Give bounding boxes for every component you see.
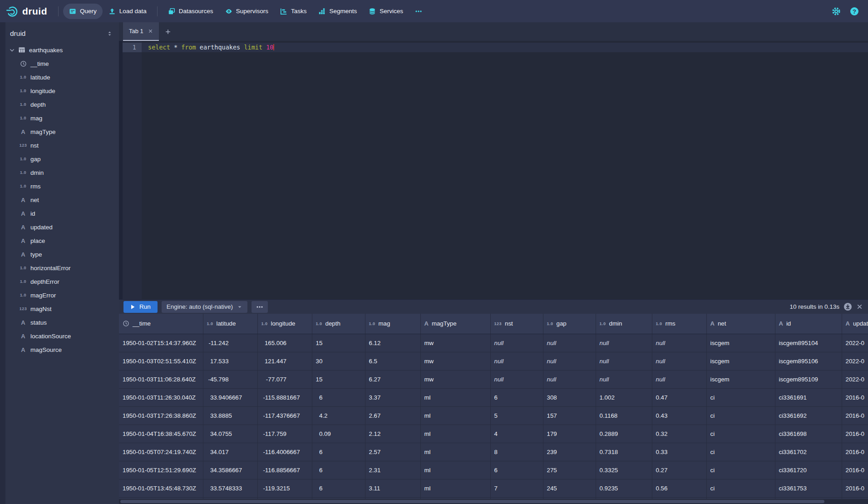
table-cell: ci3361692 [775,406,842,425]
column-header-mag[interactable]: 1.0mag [365,314,420,334]
table-cell: ci [706,443,775,461]
nav-item-services[interactable]: Services [363,4,409,19]
nav-item-more[interactable] [409,4,428,19]
table-cell: 15 [312,370,365,388]
table-cell: ml [420,479,490,497]
engine-select-button[interactable]: Engine: auto (sql-native) [162,301,247,313]
column-header-updated[interactable]: Aupdated [842,314,868,334]
sidebar-column-magError[interactable]: 1.0magError [5,288,119,302]
column-header-latitude[interactable]: 1.0latitude [203,314,257,334]
sidebar-column-magSource[interactable]: AmagSource [5,343,119,356]
table-row: 1950-01-05T12:51:29.690Z34.3586667-116.8… [119,461,868,479]
column-header-id[interactable]: Aid [775,314,842,334]
sidebar-column-depth[interactable]: 1.0depth [5,98,119,111]
table-row: 1950-01-03T02:51:55.410Z17.533121.447306… [119,352,868,370]
nav-item-supervisors[interactable]: Supervisors [219,4,274,19]
horizontal-scrollbar [119,499,868,504]
nav-item-datasources[interactable]: Datasources [162,4,219,19]
sidebar-column-nst[interactable]: 123nst [5,138,119,152]
sidebar-column-type[interactable]: Atype [5,247,119,261]
sidebar-column-rms[interactable]: 1.0rms [5,179,119,193]
table-cell: ci [706,425,775,443]
sidebar-column-locationSource[interactable]: AlocationSource [5,329,119,343]
svg-text:?: ? [853,8,856,15]
sidebar-column-place[interactable]: Aplace [5,234,119,247]
column-header-net[interactable]: Anet [706,314,775,334]
table-cell: 6.5 [365,352,420,370]
console-icon [69,8,76,15]
float-type-icon: 1.0 [261,321,268,326]
schema-selector[interactable]: druid [5,24,119,43]
column-header-magType[interactable]: AmagType [420,314,490,334]
float-type-icon: 1.0 [18,157,29,161]
sidebar-column-magNst[interactable]: 123magNst [5,302,119,316]
table-cell: ml [420,388,490,406]
table-cell: 1950-01-05T07:24:19.740Z [119,443,203,461]
sidebar-column-dmin[interactable]: 1.0dmin [5,166,119,179]
help-icon[interactable]: ? [850,7,859,16]
table-row: 1950-01-03T11:26:30.040Z33.9406667-115.8… [119,388,868,406]
table-cell: 1950-01-03T02:51:55.410Z [119,352,203,370]
run-button[interactable]: Run [123,301,158,313]
sidebar-column-horizontalError[interactable]: 1.0horizontalError [5,261,119,275]
table-cell: 2.67 [365,406,420,425]
sidebar-item-earthquakes[interactable]: earthquakes [5,43,119,57]
table-cell: 2016-0 [842,443,868,461]
table-cell: 2022-0 [842,334,868,352]
horizontal-scrollbar-thumb[interactable] [120,500,824,503]
sidebar-column-depthError[interactable]: 1.0depthError [5,275,119,288]
sidebar-column-magType[interactable]: AmagType [5,125,119,138]
settings-gear-icon[interactable] [832,7,841,16]
table-cell: -115.8881667 [257,388,312,406]
tab-1[interactable]: Tab 1 [123,22,159,41]
table-cell: 0.33 [652,443,706,461]
sidebar-column-gap[interactable]: 1.0gap [5,152,119,166]
sidebar-column-longitude[interactable]: 1.0longitude [5,84,119,98]
tab-close-icon[interactable] [148,29,153,34]
download-results-icon[interactable] [843,302,852,311]
nav-item-tasks[interactable]: Tasks [274,4,313,19]
sql-text[interactable]: select * from earthquakes limit 10 [142,43,868,52]
column-header-dmin[interactable]: 1.0dmin [596,314,652,334]
table-cell: 30 [312,352,365,370]
druid-logo[interactable]: druid [0,5,54,18]
sidebar-column-status[interactable]: Astatus [5,316,119,329]
table-cell: null [652,334,706,352]
table-cell: 1950-01-04T16:38:45.670Z [119,425,203,443]
sidebar-column-updated[interactable]: Aupdated [5,220,119,234]
string-type-icon: A [18,237,29,244]
sidebar-column-net[interactable]: Anet [5,193,119,207]
table-cell: iscgem [706,370,775,388]
table-cell: 34.3586667 [203,461,257,479]
new-tab-button[interactable] [159,22,177,41]
table-cell: 121.447 [257,352,312,370]
chevron-down-icon[interactable] [7,47,16,53]
sidebar-column-id[interactable]: Aid [5,207,119,220]
table-cell: null [543,334,596,352]
column-header-gap[interactable]: 1.0gap [543,314,596,334]
column-header-__time[interactable]: __time [119,314,203,334]
float-type-icon: 1.0 [18,293,29,297]
column-header-longitude[interactable]: 1.0longitude [257,314,312,334]
sort-icon[interactable] [107,30,113,37]
table-cell: 34.0755 [203,425,257,443]
sidebar-column-__time[interactable]: __time [5,57,119,70]
sql-editor[interactable]: 1 select * from earthquakes limit 10 [119,41,868,299]
float-type-icon: 1.0 [656,321,662,326]
column-header-depth[interactable]: 1.0depth [312,314,365,334]
editor-line-1[interactable]: 1 select * from earthquakes limit 10 [123,43,868,52]
table-cell: 0.3325 [596,461,652,479]
nav-right: ? [832,7,868,16]
sidebar-column-latitude[interactable]: 1.0latitude [5,70,119,84]
nav-item-segments[interactable]: Segments [312,4,363,19]
gantt-icon [280,8,287,15]
close-results-icon[interactable] [856,303,863,310]
nav-item-query[interactable]: Query [63,4,103,19]
sidebar-column-mag[interactable]: 1.0mag [5,111,119,125]
query-more-button[interactable] [252,301,268,313]
long-type-icon: 123 [18,143,29,148]
column-header-rms[interactable]: 1.0rms [652,314,706,334]
nav-item-load-data[interactable]: Load data [103,4,153,19]
more-icon [415,8,422,15]
column-header-nst[interactable]: 123nst [490,314,543,334]
